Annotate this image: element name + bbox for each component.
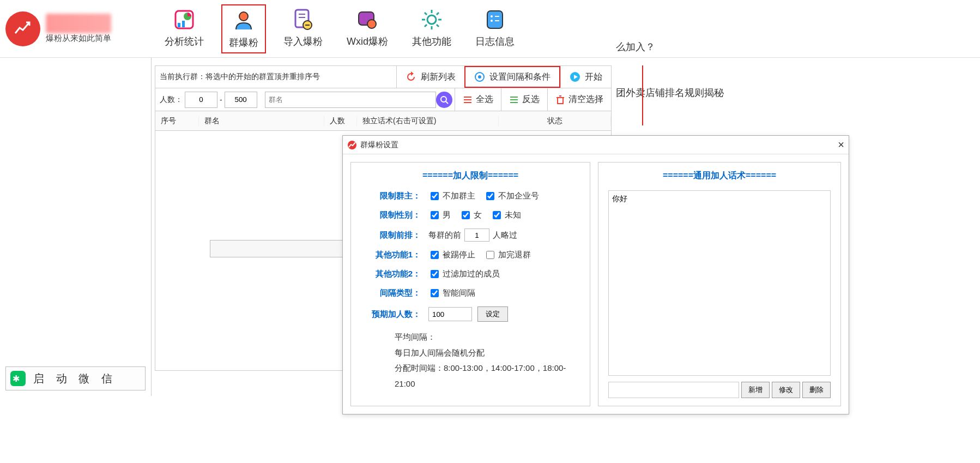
no-owner-checkbox[interactable]: 不加群主	[428, 190, 475, 202]
limit-front-label: 限制前排：	[361, 230, 421, 240]
no-corp-checkbox[interactable]: 不加企业号	[484, 190, 539, 202]
count-label: 人数：	[155, 95, 183, 105]
interval-info: 平均间隔： 每日加人间隔会随机分配 分配时间端：8:00-13:00，14:00…	[395, 329, 580, 392]
tool-import[interactable]: 导入爆粉	[277, 4, 329, 53]
front-skip-input[interactable]	[464, 229, 489, 242]
tool-analyze[interactable]: 分析统计	[158, 4, 210, 53]
other2-label: 其他功能2：	[361, 269, 421, 279]
svg-point-27	[478, 75, 481, 79]
filter-added-checkbox[interactable]: 过滤加过的成员	[428, 268, 500, 280]
table-header: 序号 群名 人数 独立话术(右击可设置) 状态	[155, 111, 612, 131]
tool-group[interactable]: 群爆粉	[221, 4, 266, 53]
search-icon[interactable]	[436, 92, 452, 108]
script-del-button[interactable]: 删除	[802, 382, 831, 396]
svg-rect-21	[487, 11, 503, 28]
svg-point-4	[239, 12, 248, 21]
refresh-list-button[interactable]: 刷新列表	[396, 66, 464, 88]
script-textarea[interactable]: 你好	[608, 190, 831, 376]
app-logo-icon	[5, 11, 40, 46]
limit-gender-label: 限制性别：	[361, 210, 421, 220]
start-button[interactable]: 开始	[560, 66, 611, 88]
annotation-arrow	[642, 65, 643, 125]
th-script: 独立话术(右击可设置)	[357, 116, 499, 126]
kicked-stop-checkbox[interactable]: 被踢停止	[428, 249, 475, 261]
group-name-input[interactable]	[265, 92, 436, 108]
th-status: 状态	[499, 116, 611, 126]
svg-line-19	[425, 25, 427, 27]
set-button[interactable]: 设定	[477, 306, 508, 322]
clear-select-button[interactable]: 清空选择	[547, 88, 611, 111]
svg-line-17	[425, 13, 427, 15]
tool-wxid[interactable]: Wxid爆粉	[340, 4, 395, 53]
svg-point-12	[427, 15, 436, 24]
select-all-button[interactable]: 全选	[455, 88, 501, 111]
script-input[interactable]	[608, 382, 739, 396]
tool-other[interactable]: 其他功能	[406, 4, 458, 53]
svg-rect-2	[178, 23, 180, 27]
interval-label: 间隔类型：	[361, 288, 421, 298]
svg-rect-3	[182, 21, 185, 27]
th-count: 人数	[324, 116, 357, 126]
expect-label: 预期加人数：	[361, 309, 421, 320]
script-title: ======通用加人话术======	[608, 170, 831, 182]
gender-unknown-checkbox[interactable]: 未知	[491, 209, 521, 221]
th-name: 群名	[199, 116, 324, 126]
settings-button[interactable]: 设置间隔和条件	[464, 66, 560, 88]
expect-count-input[interactable]	[428, 307, 472, 321]
svg-line-20	[437, 13, 439, 15]
done-leave-checkbox[interactable]: 加完退群	[484, 249, 531, 261]
script-add-button[interactable]: 新增	[741, 382, 770, 396]
logo-block: 爆粉从来如此简单	[5, 11, 147, 46]
script-edit-button[interactable]: 修改	[772, 382, 800, 396]
main-toolbar: 爆粉从来如此简单 分析统计 群爆粉 导入爆粉 Wxid爆粉 其他功能 日志信息	[0, 0, 980, 58]
tool-log[interactable]: 日志信息	[469, 4, 521, 53]
left-sidebar: ✱ 启 动 微 信	[0, 58, 152, 396]
svg-point-11	[367, 20, 376, 28]
gender-female-checkbox[interactable]: 女	[459, 209, 482, 221]
svg-line-18	[437, 25, 439, 27]
invert-select-button[interactable]: 反选	[501, 88, 547, 111]
logo-subtitle: 爆粉从来如此简单	[46, 33, 111, 44]
start-wechat-button[interactable]: ✱ 启 动 微 信	[5, 366, 146, 390]
current-group-label: 当前执行群：将选中的开始的群置顶并重排序号	[155, 72, 324, 82]
action-bar: 当前执行群：将选中的开始的群置顶并重排序号 刷新列表 设置间隔和条件 开始	[155, 65, 612, 88]
logo-title-blurred	[46, 14, 111, 33]
limits-title: ======加人限制======	[361, 170, 580, 182]
limits-panel: ======加人限制====== 限制群主： 不加群主 不加企业号 限制性别： …	[350, 162, 590, 396]
svg-point-24	[491, 20, 493, 22]
count-max-input[interactable]	[225, 92, 257, 108]
dialog-titlebar: 群爆粉设置 ×	[343, 136, 849, 154]
svg-line-31	[446, 101, 448, 104]
gender-male-checkbox[interactable]: 男	[428, 209, 451, 221]
dialog-title: 群爆粉设置	[360, 140, 398, 150]
th-seq: 序号	[155, 116, 199, 126]
svg-point-30	[441, 97, 446, 102]
svg-point-22	[491, 15, 493, 17]
svg-rect-38	[558, 98, 563, 104]
count-min-input[interactable]	[185, 92, 217, 108]
wechat-icon: ✱	[10, 371, 26, 386]
settings-dialog: 群爆粉设置 × ======加人限制====== 限制群主： 不加群主 不加企业…	[342, 135, 849, 396]
close-icon[interactable]: ×	[838, 139, 844, 151]
filter-bar: 人数： - 全选 反选 清空选择	[155, 88, 612, 111]
limit-owner-label: 限制群主：	[361, 191, 421, 201]
smart-interval-checkbox[interactable]: 智能间隔	[428, 287, 475, 299]
script-panel: ======通用加人话术====== 你好 新增 修改 删除	[598, 162, 841, 396]
bg-text-2: 团外卖店铺排名规则揭秘	[616, 86, 724, 99]
other1-label: 其他功能1：	[361, 250, 421, 260]
empty-placeholder	[210, 240, 352, 257]
bg-text-1: 么加入？	[616, 40, 655, 53]
